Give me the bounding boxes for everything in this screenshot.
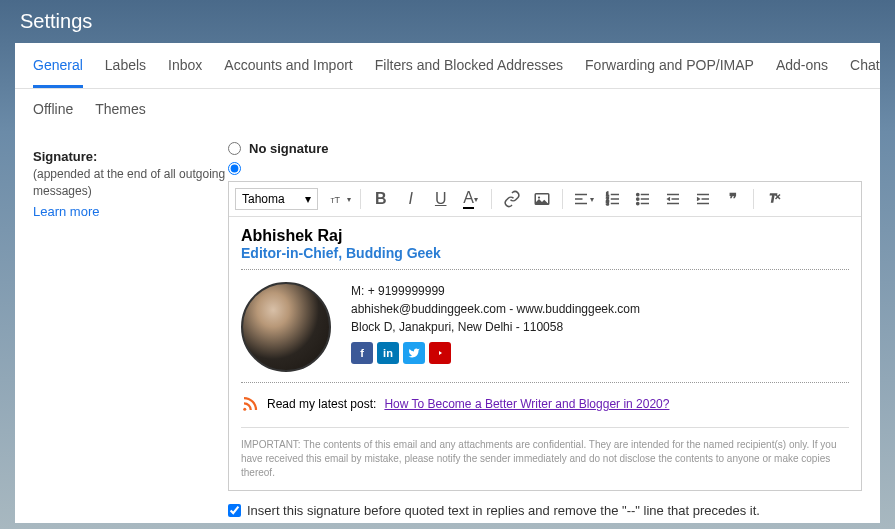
primary-tabs: General Labels Inbox Accounts and Import… — [15, 43, 880, 89]
svg-text:тT: тT — [330, 195, 340, 205]
latest-post-link[interactable]: How To Become a Better Writer and Blogge… — [384, 397, 669, 411]
learn-more-link[interactable]: Learn more — [33, 204, 99, 219]
tab-chat[interactable]: Chat — [850, 57, 880, 88]
tab-forwarding[interactable]: Forwarding and POP/IMAP — [585, 57, 754, 88]
svg-point-15 — [636, 193, 638, 195]
signature-label: Signature: — [33, 149, 228, 164]
editor-toolbar: Tahoma ▾ тT▾ B I U A▾ ▾ 123 — [229, 182, 861, 217]
font-name: Tahoma — [242, 192, 285, 206]
svg-point-27 — [243, 408, 246, 411]
link-button[interactable] — [498, 186, 526, 212]
secondary-tabs: Offline Themes — [15, 89, 880, 141]
avatar — [241, 282, 331, 372]
image-button[interactable] — [528, 186, 556, 212]
italic-button[interactable]: I — [397, 186, 425, 212]
signature-editor: Tahoma ▾ тT▾ B I U A▾ ▾ 123 — [228, 181, 862, 491]
numbered-list-button[interactable]: 123 — [599, 186, 627, 212]
chevron-down-icon: ▾ — [305, 192, 311, 206]
rss-icon — [241, 395, 259, 413]
custom-signature-radio[interactable] — [228, 162, 241, 175]
svg-point-16 — [636, 198, 638, 200]
tab-inbox[interactable]: Inbox — [168, 57, 202, 88]
signature-name: Abhishek Raj — [241, 227, 849, 245]
settings-panel: General Labels Inbox Accounts and Import… — [15, 43, 880, 523]
bullet-list-button[interactable] — [629, 186, 657, 212]
signature-address: Block D, Janakpuri, New Delhi - 110058 — [351, 318, 640, 336]
editor-content[interactable]: Abhishek Raj Editor-in-Chief, Budding Ge… — [229, 217, 861, 490]
signature-mobile: M: + 9199999999 — [351, 282, 640, 300]
font-select[interactable]: Tahoma ▾ — [235, 188, 318, 210]
signature-title: Editor-in-Chief, Budding Geek — [241, 245, 849, 261]
rss-prefix: Read my latest post: — [267, 397, 376, 411]
linkedin-icon[interactable]: in — [377, 342, 399, 364]
tab-accounts[interactable]: Accounts and Import — [224, 57, 352, 88]
bold-button[interactable]: B — [367, 186, 395, 212]
tab-themes[interactable]: Themes — [95, 101, 146, 129]
underline-button[interactable]: U — [427, 186, 455, 212]
quote-button[interactable]: ❞ — [719, 186, 747, 212]
svg-point-2 — [538, 196, 540, 198]
facebook-icon[interactable]: f — [351, 342, 373, 364]
indent-less-button[interactable] — [659, 186, 687, 212]
tab-addons[interactable]: Add-ons — [776, 57, 828, 88]
signature-email: abhishek@buddinggeek.com - www.buddingge… — [351, 300, 640, 318]
no-signature-radio[interactable] — [228, 142, 241, 155]
twitter-icon[interactable] — [403, 342, 425, 364]
remove-formatting-button[interactable]: T — [760, 186, 788, 212]
insert-before-quoted-label: Insert this signature before quoted text… — [247, 503, 760, 518]
indent-more-button[interactable] — [689, 186, 717, 212]
text-color-button[interactable]: A▾ — [457, 186, 485, 212]
page-title: Settings — [0, 0, 895, 43]
tab-labels[interactable]: Labels — [105, 57, 146, 88]
svg-point-17 — [636, 202, 638, 204]
font-size-button[interactable]: тT▾ — [326, 186, 354, 212]
signature-disclaimer: IMPORTANT: The contents of this email an… — [241, 427, 849, 480]
youtube-icon[interactable] — [429, 342, 451, 364]
tab-filters[interactable]: Filters and Blocked Addresses — [375, 57, 563, 88]
tab-general[interactable]: General — [33, 57, 83, 88]
align-button[interactable]: ▾ — [569, 186, 597, 212]
svg-text:3: 3 — [606, 201, 609, 206]
insert-before-quoted-checkbox[interactable] — [228, 504, 241, 517]
signature-description: (appended at the end of all outgoing mes… — [33, 166, 228, 200]
no-signature-label: No signature — [249, 141, 328, 156]
tab-offline[interactable]: Offline — [33, 101, 73, 129]
